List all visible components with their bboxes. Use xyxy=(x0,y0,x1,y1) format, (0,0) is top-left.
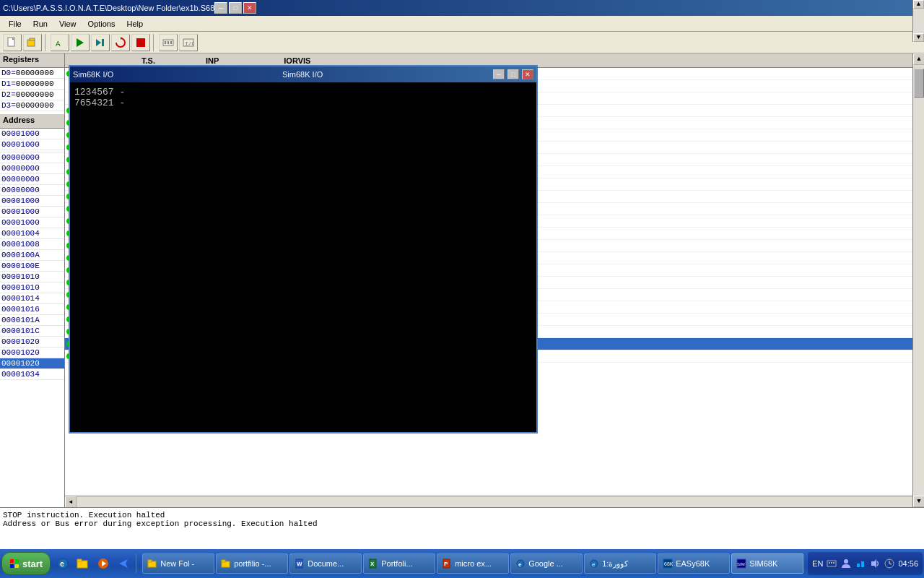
title-bar: C:\Users\P.A.S.S.I.O.N.A.T.E\Desktop\New… xyxy=(0,0,924,16)
io-dialog-content: 1234567 - 7654321 - xyxy=(70,82,536,432)
addr-row-20: 0000101C xyxy=(0,326,64,337)
status-area: STOP instruction. Execution halted Addre… xyxy=(0,507,924,549)
addr-row-12: 00001008 xyxy=(0,239,64,250)
toolbar-run[interactable] xyxy=(71,34,90,51)
svg-marker-52 xyxy=(871,559,876,568)
menu-bar: File Run View Options Help xyxy=(0,16,924,32)
keyboard-icon xyxy=(826,558,837,569)
taskbar-item-portfilio[interactable]: portfilio -... xyxy=(216,553,288,574)
registers-label: Registers xyxy=(0,53,64,68)
taskbar-item-newfol[interactable]: New Fol - xyxy=(142,553,214,574)
svg-rect-18 xyxy=(10,564,14,568)
reg-d3-name: D3= xyxy=(1,101,16,110)
svg-rect-9 xyxy=(136,38,145,47)
vertical-scrollbar[interactable]: ▲ ▼ xyxy=(912,53,924,507)
addr-row-21: 00001020 xyxy=(0,337,64,348)
status-line1: STOP instruction. Execution halted xyxy=(3,511,921,519)
taskbar-label-sim68k: SIM68K xyxy=(749,559,777,568)
taskbar-item-google[interactable]: e Google ... xyxy=(510,553,583,574)
svg-text:W: W xyxy=(297,561,302,567)
taskbar-label-microex: micro ex... xyxy=(455,559,492,568)
taskbar-label-google: Google ... xyxy=(528,559,563,568)
addr-row-24: 00001034 xyxy=(0,369,64,380)
minimize-button[interactable]: ─ xyxy=(214,2,227,14)
arrow-quick-icon[interactable] xyxy=(114,554,133,573)
menu-help[interactable]: Help xyxy=(121,18,149,30)
close-button[interactable]: ✕ xyxy=(243,2,256,14)
taskbar-item-docume[interactable]: W Docume... xyxy=(289,553,362,574)
svg-rect-47 xyxy=(831,562,832,564)
svg-rect-19 xyxy=(15,564,19,568)
addr-row-1: 00001000 xyxy=(0,129,64,139)
reg-d0-name: D0= xyxy=(1,69,16,77)
io-dialog-titlebar: Sim68K I/O Sim68K I/O ─ □ ✕ xyxy=(70,66,536,82)
taskbar-item-microex[interactable]: P micro ex... xyxy=(437,553,509,574)
toolbar-reload[interactable] xyxy=(111,34,130,51)
start-button[interactable]: start xyxy=(1,552,51,575)
status-line2: Address or Bus error during exception pr… xyxy=(3,519,921,528)
toolbar-open[interactable] xyxy=(23,34,42,51)
menu-file[interactable]: File xyxy=(3,18,27,30)
h-scroll-track[interactable] xyxy=(77,496,912,507)
svg-rect-11 xyxy=(165,41,166,44)
svg-text:68K: 68K xyxy=(664,561,673,566)
easy68k-icon: 68K xyxy=(663,558,673,569)
reg-d0-row: D0=00000000 xyxy=(0,68,64,79)
svg-text:e: e xyxy=(518,561,522,568)
col-inp: INP xyxy=(206,56,219,65)
horizontal-scrollbar[interactable]: ◄ ► xyxy=(65,496,924,507)
scroll-down-button[interactable]: ▼ xyxy=(913,496,924,507)
taskbar-item-kooora[interactable]: e كوورة:1 xyxy=(584,553,656,574)
svg-text:I/O: I/O xyxy=(185,40,194,47)
maximize-button[interactable]: □ xyxy=(229,2,242,14)
taskbar-label-portfoli: Portfoli... xyxy=(381,559,412,568)
taskbar: start e New Fol - port xyxy=(0,549,924,578)
svg-rect-23 xyxy=(77,559,82,561)
svg-marker-6 xyxy=(96,39,101,46)
scroll-thumb[interactable] xyxy=(914,69,924,98)
title-bar-buttons: ─ □ ✕ xyxy=(214,2,256,14)
reg-d0-value: 00000000 xyxy=(16,69,54,77)
addr-row-23: 00001020 xyxy=(0,358,64,369)
col-ts: T.S. xyxy=(141,56,155,65)
io-close-button[interactable]: ✕ xyxy=(522,69,533,79)
toolbar-step[interactable] xyxy=(91,34,110,51)
svg-text:e: e xyxy=(592,561,596,568)
ie2-icon: e xyxy=(589,558,599,569)
toolbar-io[interactable]: I/O xyxy=(179,34,198,51)
menu-options[interactable]: Options xyxy=(82,18,121,30)
start-label: start xyxy=(22,558,43,569)
scroll-left-button[interactable]: ◄ xyxy=(65,496,77,508)
media-quick-icon[interactable] xyxy=(94,554,113,573)
ie-quick-icon[interactable]: e xyxy=(53,554,72,573)
toolbar-stop[interactable] xyxy=(131,34,150,51)
scroll-up-button[interactable]: ▲ xyxy=(913,53,924,65)
addr-row-16: 00001010 xyxy=(0,282,64,293)
svg-text:P: P xyxy=(444,561,448,567)
io-minimize-button[interactable]: ─ xyxy=(493,69,505,79)
addr-row-2: 00001000 xyxy=(0,139,64,150)
taskbar-item-portfoli[interactable]: X Portfoli... xyxy=(363,553,435,574)
io-maximize-button[interactable]: □ xyxy=(507,69,519,79)
toolbar-assemble[interactable]: A xyxy=(51,34,69,51)
taskbar-label-newfol: New Fol - xyxy=(160,559,194,568)
menu-view[interactable]: View xyxy=(53,18,82,30)
io-output-line1: 1234567 - xyxy=(74,87,532,98)
io-dialog-title: Sim68K I/O xyxy=(73,70,282,79)
excel-icon: X xyxy=(368,558,378,569)
tray-lang: EN xyxy=(812,559,823,568)
addr-row-22: 00001020 xyxy=(0,348,64,358)
menu-run[interactable]: Run xyxy=(27,18,53,30)
addr-row-15: 00001010 xyxy=(0,272,64,282)
taskbar-item-easy68k[interactable]: 68K EASy68K xyxy=(658,553,730,574)
toolbar-memory[interactable] xyxy=(159,34,178,51)
taskbar-item-sim68k[interactable]: SIM SIM68K xyxy=(731,553,803,574)
folder-quick-icon[interactable] xyxy=(74,554,92,573)
scroll-track[interactable] xyxy=(913,65,924,496)
taskbar-label-easy68k: EASy68K xyxy=(676,559,710,568)
reg-d1-value: 00000000 xyxy=(16,79,54,88)
toolbar-new[interactable] xyxy=(3,34,22,51)
folder-icon xyxy=(147,558,157,569)
svg-rect-3 xyxy=(30,38,35,40)
svg-point-49 xyxy=(844,559,848,564)
